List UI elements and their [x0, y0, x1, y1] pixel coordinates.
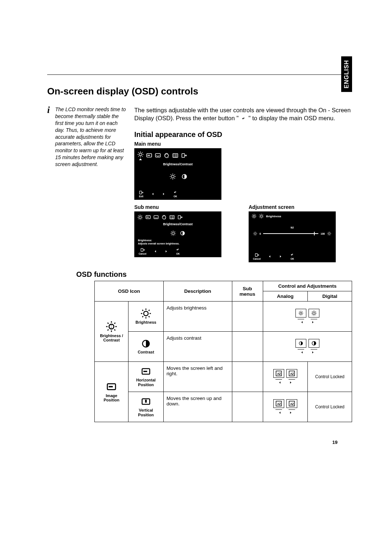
language-tab: ENGLISH	[341, 56, 352, 92]
tab-exit-icon	[181, 151, 187, 160]
brightness-icon	[170, 230, 176, 236]
horizontal-position-icon	[141, 367, 151, 377]
tab-image-position-icon	[146, 151, 152, 160]
monitor-az-icon	[286, 399, 297, 408]
arrow-right-icon	[311, 320, 315, 324]
brightness-low-icon	[253, 231, 257, 236]
page-title: On-screen display (OSD) controls	[47, 86, 352, 97]
tab-image-position-icon	[145, 214, 151, 220]
desc-brightness: Adjusts brightness	[163, 302, 232, 332]
osd-main-title: Brightness/Contrast	[136, 162, 219, 168]
osd-adj-min: 0	[260, 232, 261, 235]
tab-color-icon	[161, 214, 167, 220]
tab-color-icon	[163, 151, 170, 160]
sub-menu-label: Sub menu	[134, 204, 238, 210]
arrow-left-icon	[300, 320, 304, 324]
info-icon: i	[47, 105, 53, 167]
icon-brightness-label: Brightness	[135, 320, 156, 325]
submenu-empty	[232, 332, 263, 362]
icon-contrast-label: Contrast	[138, 350, 154, 355]
col-description: Description	[163, 281, 232, 302]
osd-functions-table: OSD Icon Description Sub menus Control a…	[94, 281, 352, 422]
section-functions-title: OSD functions	[76, 270, 352, 279]
monitor-contrast-high-icon	[309, 339, 319, 348]
ctrl-locked: Control Locked	[308, 392, 352, 422]
nav-exit: Exit	[139, 190, 144, 198]
osd-adjustment-panel: Brightness 92 0 100	[249, 211, 336, 262]
arrow-left-icon	[278, 411, 282, 415]
osd-sub-hint-line1: Brightness:	[138, 239, 218, 242]
contrast-icon	[180, 230, 185, 236]
tab-exit-icon	[177, 214, 183, 220]
group-ip-label: Image Position	[98, 393, 125, 403]
brightness-icon	[259, 214, 264, 219]
desc-hpos: Moves the screen left and right.	[163, 362, 232, 392]
intro-text: The settings adjustable with the user co…	[134, 106, 352, 122]
nav-right-icon	[279, 255, 282, 258]
brightness-icon	[168, 173, 177, 181]
nav-left-icon	[154, 250, 157, 253]
col-control-adjustments: Control and Adjustments	[263, 281, 352, 291]
main-menu-label: Main menu	[134, 141, 352, 147]
osd-sub-panel: Brightness/Contrast Brightness: Adjusts …	[134, 211, 221, 257]
page-number: 19	[332, 440, 338, 445]
brightness-contrast-icon	[252, 214, 257, 219]
tab-brightness-contrast-icon	[137, 214, 143, 220]
contrast-icon	[141, 339, 151, 349]
adjustment-screen-label: Adjustment screen	[249, 204, 352, 210]
image-position-icon	[106, 381, 117, 392]
nav-ok: OK	[175, 247, 180, 255]
monitor-brightness-high-icon	[309, 309, 319, 318]
contrast-icon	[181, 173, 188, 180]
nav-cancel: Cancel	[139, 247, 146, 255]
arrow-right-icon	[289, 411, 293, 415]
horizontal-rule	[47, 74, 352, 75]
arrow-left-icon	[278, 381, 282, 384]
col-submenus: Sub menus	[232, 281, 263, 302]
icon-vpos-label: Vertical Position	[131, 408, 160, 417]
brightness-icon	[140, 308, 151, 319]
enter-icon	[240, 116, 247, 121]
icon-hpos-label: Horizontal Position	[131, 378, 160, 387]
vertical-position-icon	[141, 397, 151, 407]
nav-right-icon	[162, 192, 166, 196]
tab-image-setup-icon	[153, 214, 159, 220]
submenu-empty	[232, 362, 263, 392]
arrow-left-icon	[300, 351, 304, 354]
tab-options-icon	[172, 151, 179, 160]
monitor-brightness-low-icon	[295, 309, 306, 318]
submenu-empty	[232, 302, 263, 332]
desc-contrast: Adjusts contrast	[163, 332, 232, 362]
slider-track	[263, 233, 318, 234]
col-osd-icon: OSD Icon	[95, 281, 164, 302]
osd-adj-value: 92	[253, 225, 331, 231]
arrow-right-icon	[289, 381, 293, 384]
tab-options-icon	[169, 214, 175, 220]
osd-sub-hint-line2: Adjusts overall screen brightness.	[138, 242, 218, 245]
info-note: i The LCD monitor needs time to become t…	[47, 106, 127, 168]
monitor-az-icon	[273, 369, 284, 378]
monitor-contrast-low-icon	[295, 339, 306, 348]
osd-main-panel: Brightness/Contrast Exit OK	[134, 148, 221, 200]
info-note-text: The LCD monitor needs time to become the…	[55, 106, 127, 168]
nav-left-icon	[151, 192, 155, 196]
tab-image-setup-icon	[155, 151, 161, 160]
nav-ok: OK	[173, 190, 178, 198]
desc-vpos: Moves the screen up and down.	[163, 392, 232, 422]
nav-ok: OK	[290, 252, 295, 260]
osd-adj-title: Brightness	[266, 215, 281, 218]
osd-sub-title: Brightness/Contrast	[136, 222, 219, 228]
col-analog: Analog	[263, 291, 308, 302]
tab-brightness-contrast-icon	[137, 151, 144, 160]
submenu-empty	[232, 392, 263, 422]
ctrl-locked: Control Locked	[308, 362, 352, 392]
brightness-contrast-icon	[106, 321, 117, 332]
osd-adj-max: 100	[320, 232, 325, 235]
nav-cancel: Cancel	[253, 252, 261, 260]
group-bc-label: Brightness / Contrast	[98, 333, 125, 343]
monitor-az-icon	[273, 399, 284, 408]
col-digital: Digital	[308, 291, 352, 302]
nav-left-icon	[268, 255, 271, 258]
section-initial-title: Initial appearance of OSD	[134, 130, 352, 139]
brightness-high-icon	[327, 231, 331, 236]
